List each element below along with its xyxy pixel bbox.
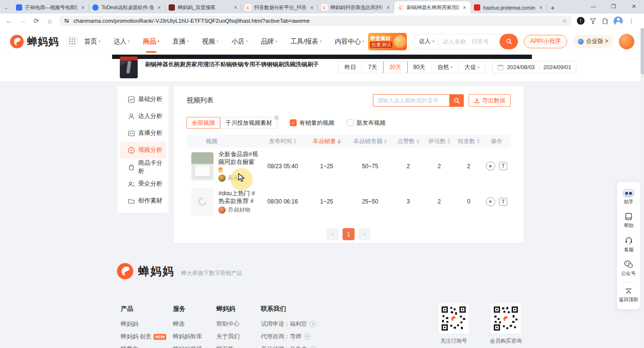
sort-publish-time[interactable]: 发布时间 [269, 137, 297, 145]
scrollbar-thumb[interactable] [641, 28, 644, 74]
site-settings-icon[interactable] [64, 18, 70, 24]
video-thumbnail[interactable] [191, 152, 214, 180]
sidebar-item-audience-analysis[interactable]: 受众分析 [120, 175, 166, 192]
script-button[interactable]: T [499, 162, 507, 170]
window-minimize-button[interactable]: — [583, 0, 603, 13]
footer-link[interactable]: 关于我们 [216, 333, 261, 341]
apps-grid-icon[interactable] [67, 36, 77, 47]
browser-tab-2[interactable]: ToDesk远程桌面软件-免费安 × [89, 1, 165, 14]
tab-close-icon[interactable]: × [386, 4, 391, 11]
video-title[interactable]: #dou上热门 #热卖款推荐 #视频同款在橱窗 刷锅神器清洁干净长柄不锈钢刷锅子… [218, 189, 259, 205]
header-search-button[interactable] [500, 34, 518, 49]
user-avatar[interactable] [619, 34, 634, 49]
filter-yesterday[interactable]: 昨日 [339, 61, 362, 73]
filter-90d[interactable]: 90天 [407, 61, 431, 73]
nav-product[interactable]: 商品▾ [143, 33, 159, 50]
filter-promo-select[interactable]: 大促▾ [458, 61, 485, 73]
play-video-button[interactable] [486, 197, 495, 206]
tab-close-icon[interactable]: × [309, 4, 315, 11]
page-scrollbar[interactable] [641, 28, 644, 348]
sidebar-item-product-card-analysis[interactable]: 商品卡分析 [120, 159, 166, 175]
video-search-input[interactable] [373, 94, 449, 107]
nav-daren[interactable]: 达人▾ [114, 33, 130, 50]
footer-link[interactable]: 蝉妈妈 创意NEW [121, 333, 173, 341]
sort-comments[interactable]: 评论数 [429, 137, 450, 145]
script-button[interactable]: T [499, 198, 507, 206]
browser-tab-7[interactable]: haohuo.jinritemai.com/ecom × [471, 1, 547, 14]
sidebar-item-creative-material[interactable]: 创作素材 [120, 192, 166, 209]
product-thumbnail[interactable] [120, 57, 138, 78]
chanmama-logo[interactable]: 蝉妈妈 [10, 34, 59, 49]
nav-home[interactable]: 首页▾ [84, 33, 100, 50]
search-category-select[interactable]: 达人▾ [419, 37, 434, 45]
filter-natural-select[interactable]: 自然▾ [431, 61, 458, 73]
filter-30d[interactable]: 30天 [383, 61, 408, 73]
window-close-button[interactable]: ✕ [624, 0, 644, 13]
browser-tab-3[interactable]: 蝉妈妈_百度搜索 × [165, 1, 242, 14]
footer-link[interactable]: 蝉魔方 [121, 345, 173, 348]
wechat-official-button[interactable]: 公众号 [617, 257, 640, 280]
tab-close-icon[interactable]: × [233, 4, 238, 11]
browser-tab-4[interactable]: C 抖音数据分析平台_抖音直播 × [242, 1, 318, 14]
alert-icon[interactable]: ! [577, 17, 585, 25]
sidebar-item-live-analysis[interactable]: 直播分析 [120, 125, 166, 142]
home-icon[interactable]: ⌂ [45, 17, 54, 25]
promo-banner[interactable]: 带货素材 批量测试 [368, 33, 407, 50]
nav-live[interactable]: 直播▾ [172, 33, 189, 50]
footer-link[interactable]: 帮助中心 [216, 320, 261, 328]
customer-service-button[interactable]: 客服 [617, 232, 640, 257]
export-data-button[interactable]: 导出数据 [469, 94, 511, 107]
footer-link[interactable]: 蝉妈妈星球 [173, 345, 216, 348]
author-line[interactable]: 乔叔好物 [218, 206, 259, 214]
window-restore-button[interactable]: ❐ [603, 0, 624, 13]
tab-close-icon[interactable]: × [80, 4, 86, 11]
browser-tab-1[interactable]: 芒禄电商—视频号电商玩法全 × [13, 1, 89, 14]
video-thumbnail[interactable] [191, 188, 214, 216]
nav-content-center[interactable]: 内容中心▾ [335, 33, 364, 50]
footer-link[interactable]: 蝉妈妈 [121, 320, 173, 328]
forward-icon[interactable]: → [18, 17, 27, 25]
filter-all-videos[interactable]: 全部视频 [186, 117, 220, 129]
back-to-top-button[interactable]: 返回顶部 [617, 285, 640, 306]
assistant-button[interactable]: 助手 [617, 186, 640, 209]
browser-profile-avatar[interactable] [614, 16, 623, 26]
browser-tab-active[interactable]: C 刷锅神器长柄厨房家用清洁不 × [394, 1, 471, 14]
new-tab-button[interactable]: + [547, 1, 558, 13]
play-video-button[interactable] [486, 161, 495, 171]
prev-page-button[interactable]: ‹ [327, 228, 339, 240]
filter-qianchuan-videos[interactable]: 千川投放视频素材 [220, 117, 277, 129]
help-button[interactable]: 帮助 [617, 209, 640, 232]
tab-close-icon[interactable]: × [462, 4, 467, 11]
nav-tools[interactable]: 工具/报表▾ [290, 33, 322, 50]
url-bar[interactable]: chanmama.com/promotionRank/-VJ3rUIyL1hU-… [59, 15, 572, 26]
footer-link[interactable]: 蝉妈妈智库 [173, 333, 216, 341]
sort-shares[interactable]: 转发数 [458, 137, 480, 145]
video-search-button[interactable] [449, 94, 464, 107]
reload-icon[interactable]: ⟳ [32, 17, 41, 25]
footer-contact[interactable]: 产品经理：吕先生 [261, 345, 316, 348]
checkbox-has-sales[interactable]: ✓ 有销量的视频 [290, 119, 334, 127]
tab-list-chevron-icon[interactable]: ⌄ [0, 1, 13, 14]
browser-tab-5[interactable]: C 蝉妈妈抖音商选品库|抖音短视 × [318, 1, 394, 14]
enterprise-badge[interactable]: 企业版 > [573, 35, 613, 48]
sidebar-item-daren-analysis[interactable]: 达人分析 [120, 108, 166, 125]
footer-contact[interactable]: 试用申请：福利官 [261, 320, 316, 328]
sidebar-item-basic-analysis[interactable]: 基础分析 [120, 91, 166, 108]
footer-link[interactable]: 蝉选 [173, 320, 216, 328]
sidebar-item-video-analysis[interactable]: 视频分析 [120, 142, 166, 159]
nav-shop[interactable]: 小店▾ [231, 33, 248, 50]
nav-video[interactable]: 视频▾ [202, 33, 218, 50]
current-page[interactable]: 1 [343, 228, 355, 240]
extensions-puzzle-icon[interactable] [601, 17, 608, 24]
app-miniprogram-button[interactable]: APP/小程序 [524, 35, 567, 48]
browser-menu-icon[interactable]: ⋮ [628, 17, 634, 25]
checkbox-new-videos[interactable]: 新发布视频 [347, 119, 386, 127]
nav-brand[interactable]: 品牌▾ [261, 33, 277, 50]
tab-close-icon[interactable]: × [538, 4, 544, 11]
video-title[interactable]: 全新食品袋#视频同款在橱窗 #好物推荐 [218, 150, 259, 166]
footer-link[interactable]: 蝉百货 [216, 345, 261, 348]
filter-7d[interactable]: 7天 [362, 61, 384, 73]
funnel-icon[interactable] [590, 18, 596, 24]
date-range-picker[interactable]: 2024/08/03 - 2024/09/01 [492, 61, 576, 73]
tab-close-icon[interactable]: × [157, 4, 162, 11]
